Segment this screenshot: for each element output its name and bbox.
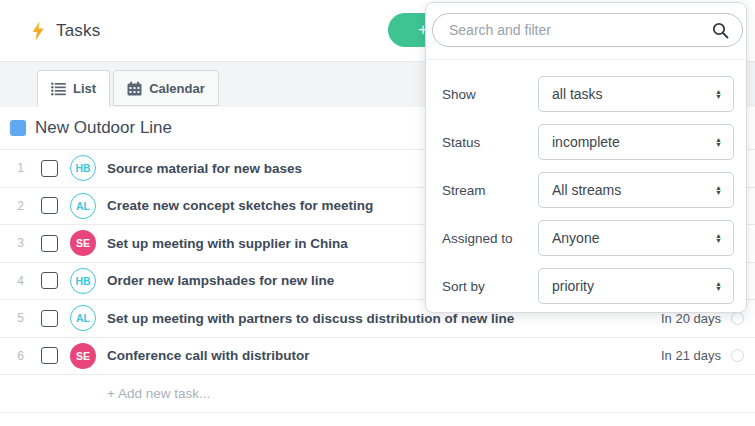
select-spinner-icon: ▲▼ xyxy=(715,233,722,243)
assigned-to-select[interactable]: Anyone ▲▼ xyxy=(538,220,734,256)
select-value: priority xyxy=(552,278,594,294)
filter-label: Status xyxy=(442,135,538,150)
list-icon xyxy=(51,82,66,96)
page-title: Tasks xyxy=(56,21,100,41)
filter-row-show: Show all tasks ▲▼ xyxy=(442,76,734,112)
task-checkbox[interactable] xyxy=(41,310,58,327)
task-due-date: In 21 days xyxy=(661,348,721,363)
filter-label: Assigned to xyxy=(442,231,538,246)
filter-row-status: Status incomplete ▲▼ xyxy=(442,124,734,160)
task-checkbox[interactable] xyxy=(41,197,58,214)
tab-list-label: List xyxy=(73,81,96,96)
header-left: Tasks xyxy=(30,0,100,61)
task-title: Order new lampshades for new line xyxy=(107,273,334,288)
task-checkbox[interactable] xyxy=(41,160,58,177)
tab-calendar-label: Calendar xyxy=(149,81,205,96)
task-title: Create new concept sketches for meeting xyxy=(107,198,373,213)
assignee-avatar: HB xyxy=(70,155,96,181)
task-title: Set up meeting with supplier in China xyxy=(107,236,348,251)
filter-row-assigned-to: Assigned to Anyone ▲▼ xyxy=(442,220,734,256)
select-spinner-icon: ▲▼ xyxy=(715,185,722,195)
filter-row-stream: Stream All streams ▲▼ xyxy=(442,172,734,208)
priority-circle-icon[interactable] xyxy=(731,349,744,362)
assignee-avatar: AL xyxy=(70,193,96,219)
task-checkbox[interactable] xyxy=(41,272,58,289)
select-spinner-icon: ▲▼ xyxy=(715,89,722,99)
filter-rows: Show all tasks ▲▼ Status incomplete ▲▼ S… xyxy=(442,76,734,316)
task-checkbox[interactable] xyxy=(41,347,58,364)
tasks-app: Tasks + List xyxy=(0,0,755,426)
add-new-task-label: + Add new task... xyxy=(107,386,210,401)
assignee-avatar: SE xyxy=(70,230,96,256)
tab-list[interactable]: List xyxy=(37,70,110,107)
calendar-icon xyxy=(127,81,142,96)
filter-row-sort-by: Sort by priority ▲▼ xyxy=(442,268,734,304)
row-number: 3 xyxy=(0,236,24,250)
assignee-avatar: HB xyxy=(70,268,96,294)
search-icon[interactable] xyxy=(712,22,729,39)
assignee-avatar: AL xyxy=(70,305,96,331)
tabs: List Calendar xyxy=(37,70,219,107)
row-number: 1 xyxy=(0,161,24,175)
filter-label: Show xyxy=(442,87,538,102)
panel-divider xyxy=(426,59,746,60)
project-color-swatch xyxy=(10,120,26,136)
tab-calendar[interactable]: Calendar xyxy=(113,70,219,106)
status-select[interactable]: incomplete ▲▼ xyxy=(538,124,734,160)
row-number: 5 xyxy=(0,311,24,325)
search-input[interactable] xyxy=(447,21,712,39)
search-field-wrapper xyxy=(432,13,743,47)
assignee-avatar: SE xyxy=(70,343,96,369)
task-title: Source material for new bases xyxy=(107,161,302,176)
row-number: 2 xyxy=(0,199,24,213)
row-number: 4 xyxy=(0,274,24,288)
filter-label: Stream xyxy=(442,183,538,198)
sort-by-select[interactable]: priority ▲▼ xyxy=(538,268,734,304)
select-value: Anyone xyxy=(552,230,599,246)
task-title: Conference call with distributor xyxy=(107,348,310,363)
task-checkbox[interactable] xyxy=(41,235,58,252)
select-spinner-icon: ▲▼ xyxy=(715,281,722,291)
show-select[interactable]: all tasks ▲▼ xyxy=(538,76,734,112)
row-number: 6 xyxy=(0,349,24,363)
section-title: New Outdoor Line xyxy=(35,118,172,138)
select-spinner-icon: ▲▼ xyxy=(715,137,722,147)
task-row[interactable]: 6 SE Conference call with distributor In… xyxy=(0,338,755,376)
select-value: incomplete xyxy=(552,134,620,150)
select-value: all tasks xyxy=(552,86,603,102)
stream-select[interactable]: All streams ▲▼ xyxy=(538,172,734,208)
lightning-bolt-icon xyxy=(30,21,46,41)
filter-label: Sort by xyxy=(442,279,538,294)
select-value: All streams xyxy=(552,182,621,198)
search-filter-panel: Show all tasks ▲▼ Status incomplete ▲▼ S… xyxy=(425,2,747,313)
add-new-task-row[interactable]: + Add new task... xyxy=(0,375,755,413)
